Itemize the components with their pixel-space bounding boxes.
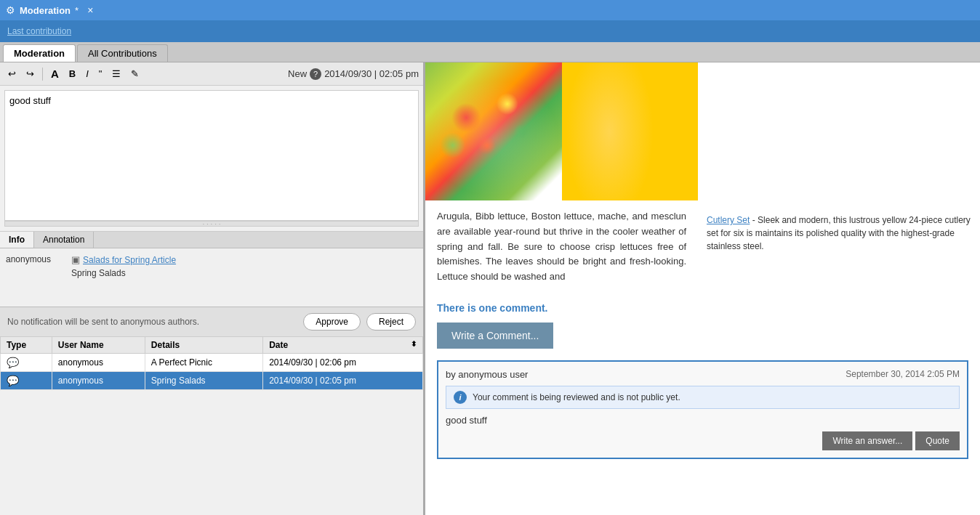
undo-button[interactable]: ↩ (4, 66, 20, 81)
action-buttons: Approve Reject (303, 313, 416, 331)
article-sub: Spring Salads (71, 268, 417, 278)
editor-resize-handle[interactable]: · · · · · (4, 221, 419, 227)
table-row[interactable]: 💬 anonymous Spring Salads 2014/09/30 | 0… (1, 372, 423, 390)
salad-image (425, 62, 562, 200)
tab-bar: Moderation All Contributions (0, 42, 980, 62)
comment-section: There is one comment. Write a Comment...… (425, 293, 980, 468)
col-date: Date ⬍ (263, 337, 423, 354)
info-content: anonymous ▣ Salads for Spring Article Sp… (0, 248, 423, 307)
editor-area: good stuff · · · · · (0, 86, 423, 231)
info-right: ▣ Salads for Spring Article Spring Salad… (71, 254, 417, 301)
article-content: Arugula, Bibb lettuce, Boston lettuce, m… (425, 200, 698, 293)
editor-datetime: 2014/09/30 | 02:05 pm (324, 68, 419, 79)
info-tab-info[interactable]: Info (0, 232, 34, 248)
col-details: Details (145, 337, 262, 354)
list1-button[interactable]: ☰ (108, 66, 124, 81)
cutlery-desc: Cutlery Set - Sleek and modern, this lus… (707, 214, 971, 253)
info-tabs: Info Annotation (0, 232, 423, 248)
close-button[interactable]: × (86, 4, 95, 16)
write-comment-button[interactable]: Write a Comment... (437, 323, 553, 349)
left-panel: ↩ ↪ A B I " ☰ ✎ New ? 2014/09/30 | 02:05… (0, 62, 425, 515)
italic-button[interactable]: I (82, 66, 92, 81)
quote-button[interactable]: Quote (915, 431, 960, 450)
info-tab-annotation[interactable]: Annotation (34, 232, 94, 248)
sort-icon[interactable]: ⬍ (411, 340, 417, 348)
comment-notice: i Your comment is being reviewed and is … (446, 386, 960, 409)
comment-notice-text: Your comment is being reviewed and is no… (473, 392, 680, 402)
table-row[interactable]: 💬 anonymous A Perfect Picnic 2014/09/30 … (1, 354, 423, 372)
help-button[interactable]: ? (310, 68, 321, 80)
article-icon: ▣ (71, 254, 80, 265)
cell-details: A Perfect Picnic (145, 354, 262, 372)
moderation-icon: ⚙ (6, 4, 15, 16)
last-contribution-link[interactable]: Last contribution (7, 26, 71, 36)
images-and-content: Arugula, Bibb lettuce, Boston lettuce, m… (425, 62, 980, 293)
quote-button[interactable]: " (95, 66, 106, 81)
comment-actions: Write an answer... Quote (446, 431, 960, 450)
images-row (425, 62, 698, 200)
cell-date: 2014/09/30 | 02:06 pm (263, 354, 423, 372)
info-icon: i (454, 391, 467, 404)
main-layout: ↩ ↪ A B I " ☰ ✎ New ? 2014/09/30 | 02:05… (0, 62, 980, 515)
cell-username: anonymous (52, 354, 145, 372)
right-panel: Arugula, Bibb lettuce, Boston lettuce, m… (425, 62, 980, 515)
info-author: anonymous (6, 254, 64, 301)
comment-count: There is one comment. (437, 302, 968, 314)
cutlery-image (562, 62, 699, 200)
redo-button[interactable]: ↪ (23, 66, 38, 81)
write-answer-button[interactable]: Write an answer... (822, 431, 912, 450)
editor-toolbar: ↩ ↪ A B I " ☰ ✎ New ? 2014/09/30 | 02:05… (0, 62, 423, 86)
comment-date: September 30, 2014 2:05 PM (846, 369, 960, 379)
font-button[interactable]: A (47, 65, 63, 82)
cell-type: 💬 (1, 354, 52, 372)
toolbar-sep-1 (42, 68, 43, 81)
title-modified: * (75, 5, 79, 16)
cell-type: 💬 (1, 372, 52, 390)
title-bar: ⚙ Moderation * × (0, 0, 980, 20)
list2-button[interactable]: ✎ (127, 66, 142, 81)
article-link[interactable]: Salads for Spring Article (83, 255, 176, 265)
comment-author: by anonymous user (446, 369, 528, 380)
action-note: No notification will be sent to anonymou… (7, 317, 199, 327)
top-nav: Last contribution (0, 20, 980, 42)
col-username: User Name (52, 337, 145, 354)
comment-header: by anonymous user September 30, 2014 2:0… (446, 369, 960, 380)
comment-icon: 💬 (7, 357, 19, 368)
tab-moderation[interactable]: Moderation (3, 44, 76, 62)
col-type: Type (1, 337, 52, 354)
left-content: Arugula, Bibb lettuce, Boston lettuce, m… (425, 62, 698, 293)
cell-username: anonymous (52, 372, 145, 390)
right-content: Cutlery Set - Sleek and modern, this lus… (698, 62, 980, 293)
contributions-table-container: Type User Name Details Date ⬍ 💬 anonymou… (0, 336, 423, 515)
approve-button[interactable]: Approve (303, 313, 361, 331)
comment-box: by anonymous user September 30, 2014 2:0… (437, 360, 968, 459)
bold-button[interactable]: B (65, 66, 79, 81)
tab-all-contributions[interactable]: All Contributions (77, 44, 168, 62)
comment-text: good stuff (446, 415, 960, 426)
editor-textarea[interactable]: good stuff (4, 90, 419, 221)
info-section: Info Annotation anonymous ▣ Salads for S… (0, 231, 423, 307)
comment-icon: 💬 (7, 375, 19, 386)
article-body: Arugula, Bibb lettuce, Boston lettuce, m… (437, 209, 686, 285)
status-new: New (288, 68, 307, 79)
contributions-table: Type User Name Details Date ⬍ 💬 anonymou… (0, 336, 423, 390)
action-bar: No notification will be sent to anonymou… (0, 307, 423, 336)
cell-details: Spring Salads (145, 372, 262, 390)
title-bar-text: Moderation (20, 5, 71, 16)
cell-date: 2014/09/30 | 02:05 pm (263, 372, 423, 390)
cutlery-link[interactable]: Cutlery Set (707, 215, 750, 225)
reject-button[interactable]: Reject (366, 313, 416, 331)
